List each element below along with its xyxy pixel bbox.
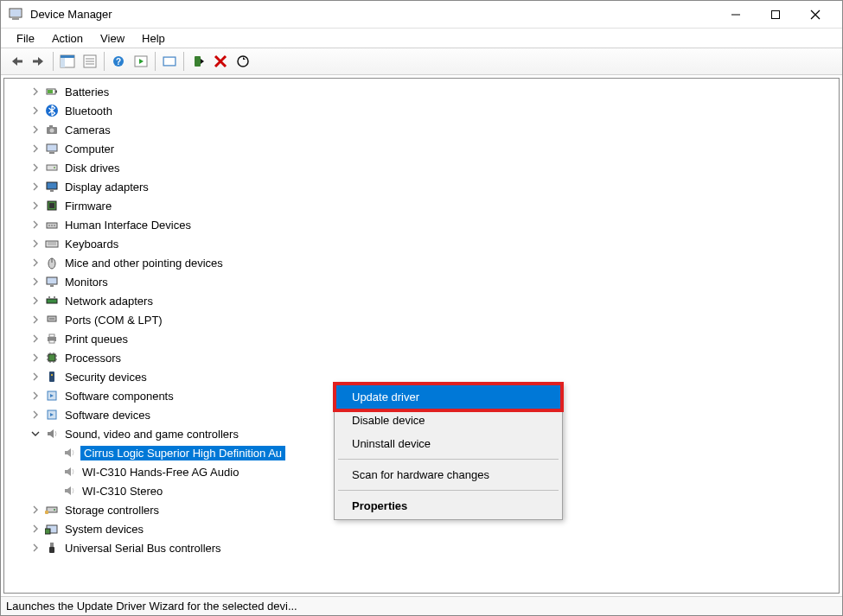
forward-button[interactable]: [29, 51, 49, 72]
battery-icon: [44, 84, 60, 99]
expand-icon[interactable]: [29, 123, 42, 137]
properties-button[interactable]: [80, 51, 100, 72]
svg-rect-51: [47, 299, 57, 303]
tree-category-label: Cameras: [63, 123, 112, 137]
svg-rect-61: [48, 354, 55, 361]
svg-rect-70: [49, 372, 54, 382]
toolbar-separator: [183, 52, 184, 71]
tree-category[interactable]: Firmware: [4, 196, 839, 215]
tree-category[interactable]: Ports (COM & LPT): [4, 310, 839, 329]
expand-icon[interactable]: [29, 237, 42, 251]
svg-rect-59: [49, 334, 54, 337]
tree-category[interactable]: Human Interface Devices: [4, 215, 839, 234]
context-menu-item[interactable]: Uninstall device: [336, 432, 560, 455]
context-menu-item[interactable]: Update driver: [336, 385, 560, 409]
expand-icon[interactable]: [29, 180, 42, 194]
tree-category-label: Monitors: [63, 275, 110, 289]
menu-view[interactable]: View: [92, 30, 133, 47]
toolbar: ?: [1, 48, 842, 75]
toolbar-separator: [155, 52, 156, 71]
back-button[interactable]: [6, 51, 27, 72]
device-manager-icon: [8, 7, 23, 22]
expand-icon[interactable]: [29, 503, 42, 517]
tree-category[interactable]: Bluetooth: [4, 101, 839, 120]
expand-icon[interactable]: [29, 142, 42, 156]
tree-category-label: Security devices: [63, 370, 149, 384]
svg-rect-52: [48, 296, 50, 299]
security-icon: [44, 369, 60, 384]
expand-icon[interactable]: [29, 370, 42, 384]
expand-icon[interactable]: [29, 522, 42, 536]
expand-icon[interactable]: [29, 275, 42, 289]
hid-icon: [44, 217, 60, 232]
expand-icon[interactable]: [29, 351, 42, 365]
action-button[interactable]: [131, 51, 151, 72]
context-menu-separator: [338, 459, 559, 460]
svg-point-41: [48, 225, 50, 226]
svg-rect-11: [61, 55, 74, 58]
tree-category[interactable]: Cameras: [4, 120, 839, 139]
help-button[interactable]: ?: [108, 51, 129, 72]
expand-icon[interactable]: [29, 218, 42, 232]
tree-category[interactable]: Display adapters: [4, 177, 839, 196]
tree-category-label: Print queues: [63, 332, 130, 346]
camera-icon: [44, 122, 60, 137]
svg-rect-50: [50, 285, 54, 287]
svg-rect-7: [16, 60, 22, 63]
show-hide-tree-button[interactable]: [57, 51, 78, 72]
expand-icon[interactable]: [29, 256, 42, 270]
tree-category-label: Computer: [63, 142, 116, 156]
menu-action[interactable]: Action: [43, 30, 92, 47]
scan-hardware-button[interactable]: [233, 51, 253, 72]
expand-icon[interactable]: [29, 199, 42, 213]
tree-category[interactable]: Monitors: [4, 272, 839, 291]
port-icon: [44, 312, 60, 327]
collapse-icon[interactable]: [29, 427, 42, 441]
menu-help[interactable]: Help: [133, 30, 174, 47]
tree-category[interactable]: Batteries: [4, 82, 839, 101]
status-text: Launches the Update Driver Wizard for th…: [6, 600, 297, 613]
expand-icon[interactable]: [29, 85, 42, 98]
tree-category[interactable]: Disk drives: [4, 158, 839, 177]
maximize-button[interactable]: [756, 1, 795, 29]
tree-category[interactable]: Network adapters: [4, 291, 839, 310]
svg-point-35: [54, 167, 55, 168]
menu-file[interactable]: File: [8, 30, 43, 47]
tree-category-label: Batteries: [63, 85, 111, 99]
svg-rect-33: [49, 152, 54, 154]
expand-icon[interactable]: [29, 104, 42, 117]
context-menu-item[interactable]: Disable device: [336, 409, 560, 432]
expand-icon[interactable]: [29, 332, 42, 346]
expand-icon[interactable]: [29, 161, 42, 175]
tree-category[interactable]: Computer: [4, 139, 839, 158]
update-driver-button[interactable]: [159, 51, 180, 72]
mouse-icon: [44, 255, 60, 270]
menubar: File Action View Help: [1, 29, 842, 48]
svg-point-43: [54, 225, 55, 226]
svg-rect-80: [49, 547, 54, 553]
expand-icon[interactable]: [29, 389, 42, 403]
tree-category[interactable]: Universal Serial Bus controllers: [4, 538, 839, 557]
uninstall-button[interactable]: [210, 51, 231, 72]
expand-icon[interactable]: [29, 313, 42, 327]
tree-category[interactable]: Keyboards: [4, 234, 839, 253]
tree-category[interactable]: Mice and other pointing devices: [4, 253, 839, 272]
tree-category-label: Firmware: [63, 199, 113, 213]
svg-rect-49: [47, 277, 57, 284]
minimize-button[interactable]: [716, 1, 756, 29]
tree-category[interactable]: Print queues: [4, 329, 839, 348]
speaker-icon: [61, 464, 77, 479]
keyboard-icon: [44, 236, 60, 251]
context-menu-item[interactable]: Properties: [336, 494, 560, 518]
svg-rect-34: [47, 165, 57, 170]
context-menu-item[interactable]: Scan for hardware changes: [336, 463, 560, 486]
tree-category[interactable]: Processors: [4, 348, 839, 367]
expand-icon[interactable]: [29, 294, 42, 308]
tree-category[interactable]: System devices: [4, 519, 839, 538]
svg-point-55: [49, 318, 51, 320]
close-button[interactable]: [795, 1, 835, 29]
tree-category-label: Storage controllers: [63, 503, 161, 518]
enable-device-button[interactable]: [188, 51, 208, 72]
expand-icon[interactable]: [29, 541, 42, 555]
expand-icon[interactable]: [29, 408, 42, 422]
